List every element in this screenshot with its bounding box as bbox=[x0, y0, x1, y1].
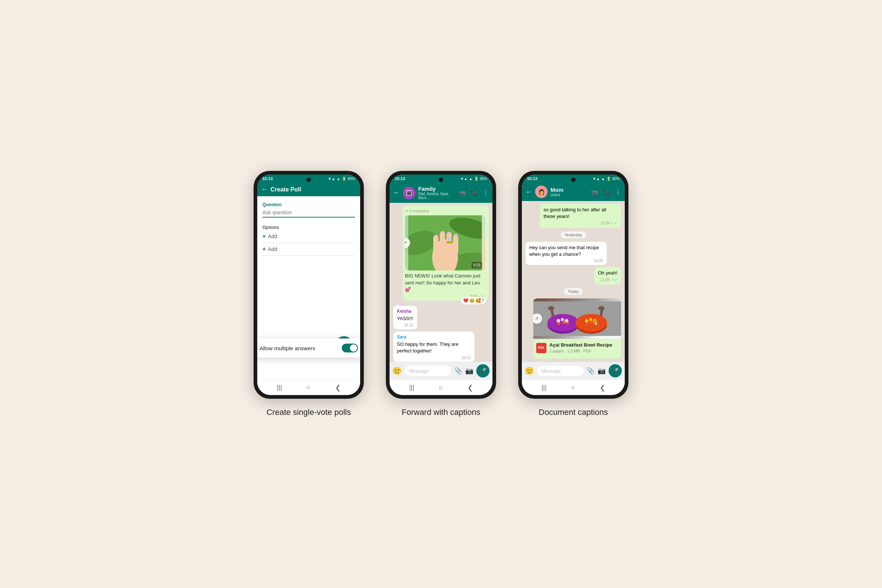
forward-attach-btn[interactable]: 📎 bbox=[454, 367, 462, 375]
mom-back-arrow[interactable]: ← bbox=[525, 188, 532, 196]
poll-time: 10:13 bbox=[262, 176, 273, 181]
poll-inner: 10:13 ▼▲ ▲ 🔋 80% ← Create Poll bbox=[257, 175, 360, 395]
forward-emoji-btn[interactable]: 🙂 bbox=[393, 366, 402, 375]
add-option-1[interactable]: + Add bbox=[262, 230, 355, 243]
forwarded-image: 9:59 ↗ bbox=[405, 215, 485, 270]
doc-nav-back: ❮ bbox=[600, 384, 605, 392]
forwarded-label: ↪ Forwarded bbox=[405, 208, 485, 214]
mom-more-icon[interactable]: ⋮ bbox=[615, 188, 621, 196]
sara-msg: Sara SO happy for them. They are perfect… bbox=[393, 332, 474, 362]
doc-inner: 10:13 ▼▲ ▲ 🔋 80% ← 👩 Mom bbox=[522, 175, 625, 395]
hand-ring-svg bbox=[408, 215, 482, 270]
mom-video-icon[interactable]: 📹 bbox=[591, 188, 598, 196]
svg-point-27 bbox=[562, 321, 566, 324]
svg-rect-8 bbox=[453, 235, 458, 254]
forward-mic-fab[interactable]: 🎤 bbox=[476, 364, 489, 377]
svg-point-36 bbox=[595, 322, 597, 325]
recipe-request-text: Hey can you send me that recipe when you… bbox=[529, 245, 599, 257]
phone-poll: 10:13 ▼▲ ▲ 🔋 80% ← Create Poll bbox=[254, 171, 364, 399]
group-header: ← 👨‍👩‍👧‍👦 Family Dad, Keisha, Sara, Mom.… bbox=[390, 183, 492, 203]
allow-multiple-toggle[interactable] bbox=[342, 344, 358, 352]
forward-input-field[interactable]: Message bbox=[405, 366, 451, 376]
doc-battery-pct: 80% bbox=[612, 177, 620, 181]
wifi-icon: ▲ bbox=[337, 177, 340, 181]
doc-camera-btn[interactable]: 📷 bbox=[597, 367, 606, 375]
doc-title: Açaí Breakfast Bowl Recipe bbox=[549, 342, 612, 348]
fwd-nav-recent: ||| bbox=[409, 384, 414, 392]
doc-battery-icon: 🔋 bbox=[606, 177, 611, 181]
doc-emoji-btn[interactable]: 🙂 bbox=[525, 366, 534, 375]
mom-actions: 📹 📞 ⋮ bbox=[591, 188, 621, 196]
phone-doc: 10:13 ▼▲ ▲ 🔋 80% ← 👩 Mom bbox=[518, 171, 628, 399]
poll-header: ← Create Poll bbox=[257, 183, 360, 196]
question-label: Question bbox=[262, 202, 355, 207]
group-more-icon[interactable]: ⋮ bbox=[483, 189, 489, 196]
fwd-battery-icon: 🔋 bbox=[474, 177, 478, 181]
fwd-signal-icon: ▼▲ bbox=[460, 177, 468, 181]
fwd-nav-home: ○ bbox=[439, 384, 443, 392]
oh-yeah-msg: Oh yeah! 11:05 ✓✓ bbox=[594, 267, 621, 285]
phones-row: 10:13 ▼▲ ▲ 🔋 80% ← Create Poll bbox=[239, 171, 643, 417]
page-container: 10:13 ▼▲ ▲ 🔋 80% ← Create Poll bbox=[239, 171, 643, 417]
svg-point-31 bbox=[585, 319, 588, 322]
forward-camera-btn[interactable]: 📷 bbox=[465, 367, 473, 375]
group-name: Family bbox=[418, 186, 455, 192]
doc-meta: 2 pages · 1.2 MB · PDF bbox=[549, 348, 612, 354]
add-text-2: Add bbox=[268, 246, 277, 252]
phone-doc-col: 10:13 ▼▲ ▲ 🔋 80% ← 👩 Mom bbox=[518, 171, 628, 417]
group-back-arrow[interactable]: ← bbox=[393, 189, 400, 196]
svg-point-28 bbox=[566, 322, 569, 324]
svg-point-23 bbox=[556, 319, 560, 322]
poll-back-arrow[interactable]: ← bbox=[261, 186, 267, 193]
doc-status-icons: ▼▲ ▲ 🔋 80% bbox=[592, 177, 620, 181]
svg-point-15 bbox=[453, 234, 458, 237]
sara-time: 10:12 bbox=[397, 356, 471, 360]
options-section: Options + Add + Add bbox=[262, 222, 355, 256]
doc-nav-home: ○ bbox=[571, 384, 575, 392]
reactions: ❤️🥹🥰3 bbox=[461, 297, 486, 304]
doc-input-field[interactable]: Message bbox=[537, 366, 584, 376]
group-video-icon[interactable]: 📹 bbox=[458, 189, 466, 196]
good-talking-time: 12:34 ✓✓ bbox=[543, 220, 617, 226]
big-news-text: BIG NEWS! Look what Carmen just sent me!… bbox=[405, 273, 485, 293]
poll-nav-bar: ||| ○ ❮ bbox=[257, 380, 360, 395]
nav-recent-icon: ||| bbox=[277, 384, 282, 392]
forwarded-msg: ↪ Forwarded bbox=[403, 206, 489, 301]
question-input[interactable] bbox=[262, 208, 355, 218]
doc-signal-icon: ▼▲ bbox=[592, 177, 600, 181]
phone-forward: 10:13 ▼▲ ▲ 🔋 80% ← 👨‍👩‍👧‍👦 Fa bbox=[386, 171, 496, 399]
doc-text-col: Açaí Breakfast Bowl Recipe 2 pages · 1.2… bbox=[549, 342, 612, 354]
mom-call-icon[interactable]: 📞 bbox=[603, 188, 610, 196]
add-option-2[interactable]: + Add bbox=[262, 243, 355, 256]
doc-mic-fab[interactable]: 🎤 bbox=[609, 364, 622, 377]
keisha-time: 10:12 bbox=[397, 322, 413, 328]
svg-point-35 bbox=[590, 321, 594, 324]
forward-nav-bar: ||| ○ ❮ bbox=[390, 380, 492, 395]
svg-rect-5 bbox=[433, 236, 438, 256]
svg-point-24 bbox=[561, 318, 564, 321]
fwd-nav-back: ❮ bbox=[468, 384, 473, 392]
forward-icon: ↪ bbox=[405, 208, 408, 214]
mom-name: Mom bbox=[550, 187, 588, 193]
doc-time: 10:13 bbox=[527, 176, 537, 181]
forward-inner: 10:13 ▼▲ ▲ 🔋 80% ← 👨‍👩‍👧‍👦 Fa bbox=[390, 175, 492, 395]
svg-point-26 bbox=[558, 322, 560, 325]
doc-attach-btn[interactable]: 📎 bbox=[586, 367, 595, 375]
svg-rect-16 bbox=[533, 302, 621, 336]
poll-content: Question Options + Add + Add bbox=[257, 196, 360, 380]
sara-text: SO happy for them. They are perfect toge… bbox=[397, 341, 458, 354]
forward-time: 10:13 bbox=[395, 176, 405, 181]
group-call-icon[interactable]: 📞 bbox=[470, 189, 478, 196]
poll-title: Create Poll bbox=[270, 186, 357, 193]
options-label: Options bbox=[262, 225, 355, 230]
mom-header: ← 👩 Mom online 📹 📞 ⋮ bbox=[522, 183, 625, 201]
gt-check: ✓✓ bbox=[611, 220, 617, 226]
phone-poll-col: 10:13 ▼▲ ▲ 🔋 80% ← Create Poll bbox=[254, 171, 364, 417]
oh-yeah-text: Oh yeah! bbox=[598, 270, 617, 276]
doc-nav-bar: ||| ○ ❮ bbox=[522, 380, 625, 395]
mom-chat: so good talking to her after all these y… bbox=[522, 201, 625, 362]
sara-name: Sara bbox=[397, 334, 471, 340]
plus-icon-2: + bbox=[262, 246, 266, 252]
group-avatar: 👨‍👩‍👧‍👦 bbox=[403, 187, 415, 199]
nav-back-icon: ❮ bbox=[335, 384, 340, 392]
